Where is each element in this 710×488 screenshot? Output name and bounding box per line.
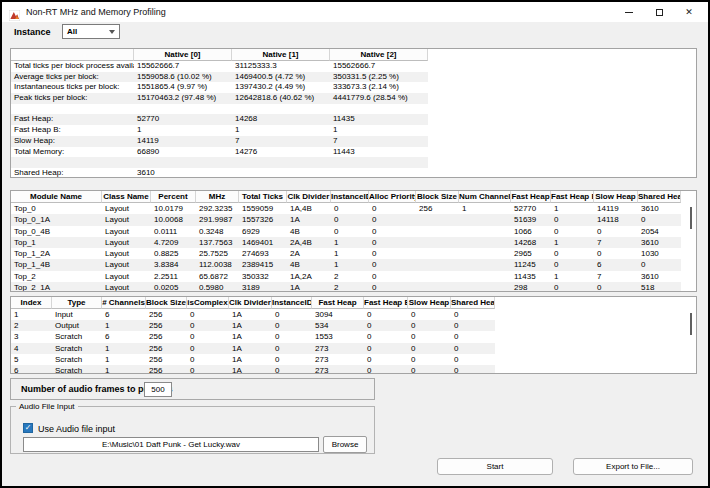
column-header[interactable]: Block Size bbox=[416, 191, 459, 203]
column-header[interactable]: Module Name bbox=[11, 191, 102, 203]
column-header[interactable]: Total Ticks bbox=[239, 191, 287, 203]
audio-file-path-input[interactable]: E:\Music\01 Daft Punk - Get Lucky.wav bbox=[23, 437, 319, 452]
table-row[interactable]: 2Output125601A0534000 bbox=[11, 320, 495, 331]
column-header[interactable]: Fast Heap B bbox=[364, 297, 408, 309]
table-cell: 0 bbox=[364, 365, 408, 374]
table-cell: 3610 bbox=[638, 271, 681, 282]
column-header[interactable]: Class Name bbox=[102, 191, 151, 203]
close-button[interactable]: ✕ bbox=[674, 2, 704, 22]
table-row[interactable]: 4Scratch125601A0273000 bbox=[11, 343, 495, 354]
use-audio-file-checkbox[interactable]: ✓ bbox=[23, 423, 33, 433]
maximize-button[interactable] bbox=[644, 2, 674, 22]
module-table: Module NameClass NamePercentMHzTotal Tic… bbox=[10, 190, 697, 292]
table-row[interactable]: 5Scratch125601A0273000 bbox=[11, 354, 495, 365]
table-row[interactable]: Top_0Layout10.0179292.323515590591A,4B00… bbox=[11, 203, 681, 214]
table-cell: 0 bbox=[451, 309, 495, 320]
column-header[interactable]: Shared Heap bbox=[451, 297, 495, 309]
table-cell: 14268 bbox=[232, 114, 330, 125]
column-header[interactable]: Index bbox=[11, 297, 52, 309]
column-header[interactable]: Clk Divider bbox=[229, 297, 272, 309]
column-header[interactable]: Clk Divider bbox=[287, 191, 331, 203]
column-header[interactable]: # Channels bbox=[102, 297, 146, 309]
buffer-table-scrollbar[interactable] bbox=[690, 313, 692, 335]
table-cell: 0 bbox=[364, 320, 408, 331]
column-header[interactable]: Num Channels bbox=[459, 191, 511, 203]
table-row[interactable] bbox=[11, 157, 428, 168]
column-header[interactable]: Block Size bbox=[146, 297, 187, 309]
table-cell: Top_1 bbox=[11, 237, 102, 248]
table-row[interactable]: 1Input625601A03094000 bbox=[11, 309, 495, 320]
table-cell: 0.0111 bbox=[151, 226, 196, 237]
table-cell: 112.0038 bbox=[196, 259, 239, 270]
table-row[interactable]: Slow Heap:1411977 bbox=[11, 136, 428, 147]
table-row[interactable]: 6Scratch125601A0273000 bbox=[11, 365, 495, 374]
table-cell: 11435 bbox=[330, 114, 428, 125]
column-header[interactable]: Fast Heap B bbox=[551, 191, 594, 203]
table-cell bbox=[134, 104, 232, 115]
export-to-file-button[interactable]: Export to File... bbox=[573, 458, 693, 475]
table-row[interactable]: Top_0_1ALayout10.0068291.998715573261A00… bbox=[11, 214, 681, 225]
browse-button[interactable]: Browse bbox=[323, 436, 367, 453]
minimize-icon bbox=[625, 12, 633, 13]
table-row[interactable]: Top_0_4BLayout0.01110.324869294B00106600… bbox=[11, 226, 681, 237]
table-row[interactable]: Instantaneous ticks per block:1551865.4 … bbox=[11, 82, 428, 93]
column-header[interactable]: Slow Heap bbox=[408, 297, 451, 309]
frames-input[interactable]: 500 bbox=[144, 382, 172, 397]
table-cell: 273 bbox=[312, 365, 364, 374]
table-cell bbox=[459, 271, 511, 282]
table-cell bbox=[459, 282, 511, 292]
instance-dropdown[interactable]: All bbox=[62, 24, 120, 39]
table-row[interactable]: Peak ticks per block:15170463.2 (97.48 %… bbox=[11, 93, 428, 104]
table-cell: 0 bbox=[187, 365, 229, 374]
start-button[interactable]: Start bbox=[437, 458, 553, 475]
column-header[interactable] bbox=[11, 49, 134, 61]
table-row[interactable]: Total ticks per block process available:… bbox=[11, 61, 428, 72]
column-header[interactable]: isComplex bbox=[187, 297, 229, 309]
table-cell bbox=[330, 168, 428, 178]
table-cell: Slow Heap: bbox=[11, 136, 134, 147]
table-row[interactable]: Top_1Layout4.7209137.756314694012A,4B101… bbox=[11, 237, 681, 248]
column-header[interactable]: Fast Heap bbox=[511, 191, 551, 203]
column-header[interactable]: Slow Heap bbox=[594, 191, 638, 203]
table-row[interactable]: 3Scratch625601A01553000 bbox=[11, 331, 495, 342]
table-cell: 4441779.6 (28.54 %) bbox=[330, 93, 428, 104]
table-row[interactable]: Fast Heap B:111 bbox=[11, 125, 428, 136]
column-header[interactable]: Shared Heap bbox=[638, 191, 681, 203]
module-table-scrollbar[interactable] bbox=[690, 207, 692, 229]
table-cell: 14119 bbox=[594, 203, 638, 214]
minimize-button[interactable] bbox=[614, 2, 644, 22]
table-cell: 1030 bbox=[638, 248, 681, 259]
table-cell: 1 bbox=[330, 125, 428, 136]
column-header[interactable]: MHz bbox=[196, 191, 239, 203]
column-header[interactable]: InstanceID bbox=[331, 191, 369, 203]
table-cell: 5 bbox=[11, 354, 52, 365]
column-header[interactable]: Alloc Priority bbox=[369, 191, 416, 203]
table-row[interactable]: Total Memory:668901427611443 bbox=[11, 147, 428, 158]
table-row[interactable]: Fast Heap:527701426811435 bbox=[11, 114, 428, 125]
table-row[interactable]: Top_2_1ALayout0.02050.598031891A20298005… bbox=[11, 282, 681, 292]
table-row[interactable] bbox=[11, 104, 428, 115]
table-cell: 0 bbox=[364, 354, 408, 365]
table-row[interactable]: Shared Heap:3610 bbox=[11, 168, 428, 178]
table-cell: Layout bbox=[102, 271, 151, 282]
column-header[interactable]: Fast Heap bbox=[312, 297, 364, 309]
table-row[interactable]: Average ticks per block:1559058.6 (10.02… bbox=[11, 72, 428, 83]
table-cell: 0 bbox=[408, 343, 451, 354]
table-row[interactable]: Top_1_4BLayout3.8384112.003823894154B101… bbox=[11, 259, 681, 270]
table-cell: 256 bbox=[146, 354, 187, 365]
table-cell: 66890 bbox=[134, 147, 232, 158]
column-header[interactable]: Percent bbox=[151, 191, 196, 203]
table-cell: 25.7525 bbox=[196, 248, 239, 259]
table-cell: Top_0_1A bbox=[11, 214, 102, 225]
table-row[interactable]: Top_1_2ALayout0.882525.75252746932A10296… bbox=[11, 248, 681, 259]
column-header[interactable]: Native [2] bbox=[330, 49, 428, 61]
column-header[interactable]: InstanceID bbox=[272, 297, 312, 309]
table-row[interactable]: Top_2Layout2.251165.68723503321A,2A20114… bbox=[11, 271, 681, 282]
table-cell: 4 bbox=[11, 343, 52, 354]
table-cell: 0.8825 bbox=[151, 248, 196, 259]
column-header[interactable]: Native [0] bbox=[134, 49, 232, 61]
column-header[interactable]: Native [1] bbox=[232, 49, 330, 61]
table-cell: 2389415 bbox=[239, 259, 287, 270]
table-cell: 6 bbox=[11, 365, 52, 374]
column-header[interactable]: Type bbox=[52, 297, 102, 309]
